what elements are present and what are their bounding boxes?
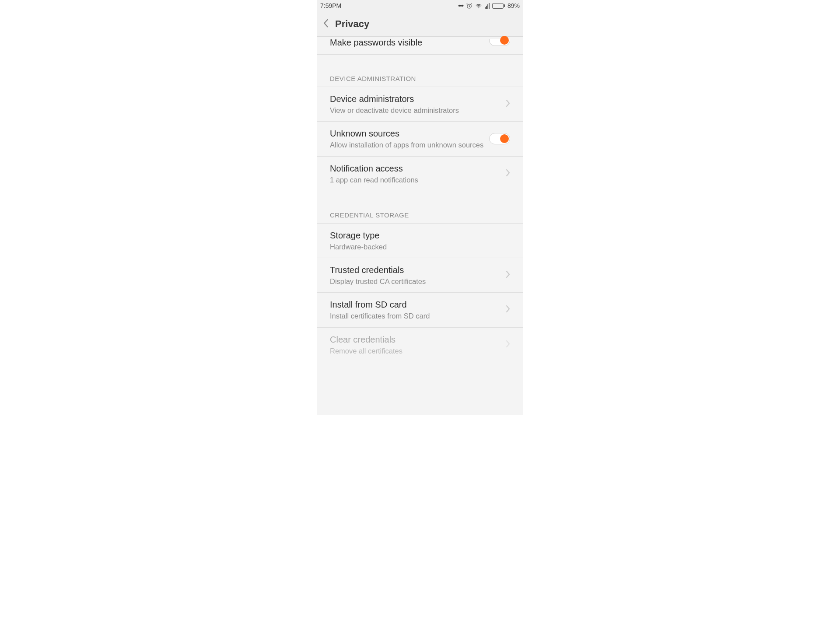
section-header-device-administration: DEVICE ADMINISTRATION bbox=[317, 55, 523, 87]
row-install-from-sd-card[interactable]: Install from SD card Install certificate… bbox=[317, 293, 523, 327]
chevron-right-icon bbox=[506, 99, 510, 109]
status-icons: ••• bbox=[458, 2, 520, 9]
toggle-unknown-sources[interactable] bbox=[489, 133, 510, 144]
row-subtitle: Remove all certificates bbox=[330, 346, 500, 356]
wifi-icon bbox=[475, 3, 482, 9]
content: Make passwords visible DEVICE ADMINISTRA… bbox=[317, 37, 523, 415]
signal-icon bbox=[485, 3, 490, 9]
row-title: Install from SD card bbox=[330, 299, 500, 310]
row-subtitle: Display trusted CA certificates bbox=[330, 276, 500, 286]
row-subtitle: Allow installation of apps from unknown … bbox=[330, 140, 484, 150]
bottom-space bbox=[317, 362, 523, 415]
chevron-right-icon bbox=[506, 270, 510, 280]
toggle-knob bbox=[500, 134, 509, 143]
row-unknown-sources[interactable]: Unknown sources Allow installation of ap… bbox=[317, 122, 523, 156]
row-clear-credentials: Clear credentials Remove all certificate… bbox=[317, 328, 523, 362]
battery-icon bbox=[492, 3, 505, 9]
phone-screen: 7:59PM ••• bbox=[317, 0, 523, 415]
row-make-passwords-visible[interactable]: Make passwords visible bbox=[317, 37, 523, 55]
row-title: Clear credentials bbox=[330, 334, 500, 345]
row-title: Device administrators bbox=[330, 93, 500, 105]
row-title: Make passwords visible bbox=[330, 37, 484, 48]
status-bar: 7:59PM ••• bbox=[317, 0, 523, 11]
row-notification-access[interactable]: Notification access 1 app can read notif… bbox=[317, 157, 523, 191]
row-title: Trusted credentials bbox=[330, 264, 500, 276]
row-title: Unknown sources bbox=[330, 128, 484, 139]
header: Privacy bbox=[317, 11, 523, 37]
battery-percent: 89% bbox=[508, 2, 520, 9]
section-header-credential-storage: CREDENTIAL STORAGE bbox=[317, 191, 523, 224]
row-device-administrators[interactable]: Device administrators View or deactivate… bbox=[317, 87, 523, 122]
row-subtitle: 1 app can read notifications bbox=[330, 175, 500, 185]
row-trusted-credentials[interactable]: Trusted credentials Display trusted CA c… bbox=[317, 258, 523, 293]
row-subtitle: Hardware-backed bbox=[330, 242, 510, 252]
toggle-make-passwords-visible[interactable] bbox=[489, 39, 510, 46]
chevron-right-icon bbox=[506, 340, 510, 350]
toggle-knob bbox=[500, 36, 509, 45]
chevron-right-icon bbox=[506, 305, 510, 315]
row-storage-type: Storage type Hardware-backed bbox=[317, 224, 523, 258]
chevron-right-icon bbox=[506, 169, 510, 178]
row-title: Notification access bbox=[330, 163, 500, 174]
page-title: Privacy bbox=[335, 18, 369, 30]
row-subtitle: Install certificates from SD card bbox=[330, 311, 500, 321]
status-time: 7:59PM bbox=[320, 2, 341, 9]
more-icon: ••• bbox=[458, 2, 463, 9]
row-title: Storage type bbox=[330, 230, 510, 241]
alarm-icon bbox=[466, 3, 472, 9]
back-icon[interactable] bbox=[323, 18, 329, 30]
row-subtitle: View or deactivate device administrators bbox=[330, 105, 500, 115]
